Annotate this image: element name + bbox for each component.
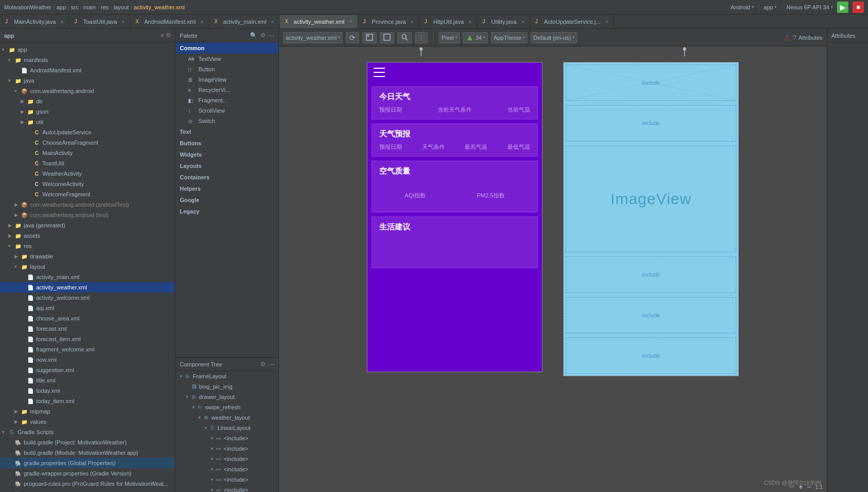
comp-tree-close-icon[interactable]: — xyxy=(269,361,274,367)
palette-search-icon[interactable]: 🔍 xyxy=(250,32,257,39)
theme-dropdown[interactable]: AppTheme ▾ xyxy=(491,32,528,43)
tree-item-gson[interactable]: ▶ 📁 gson xyxy=(0,106,175,117)
api-dropdown[interactable]: ▲ 34 ▾ xyxy=(463,32,488,43)
tab-activity-weather[interactable]: X activity_weather.xml × xyxy=(280,15,358,28)
tab-android-manifest[interactable]: X AndroidManifest.xml × xyxy=(130,15,209,28)
tab-utility[interactable]: J Utility.java × xyxy=(477,15,530,28)
tree-item-gradle-properties-project[interactable]: ▾ 🐘 gradle.properties (Project Propertie… xyxy=(0,489,175,492)
tree-item-drawable[interactable]: ▶ 📁 drawable xyxy=(0,251,175,262)
palette-settings-icon[interactable]: ⚙ xyxy=(260,32,266,39)
tree-item-welcomeactivity[interactable]: ▾ C WelcomeActivity xyxy=(0,179,175,189)
palette-category-legacy[interactable]: Legacy xyxy=(176,206,278,217)
settings-btn[interactable]: ⚙ xyxy=(166,32,171,39)
locale-dropdown[interactable]: Default (en-us) ▾ xyxy=(531,32,577,43)
tree-item-build-gradle-project[interactable]: ▾ 🐘 build.gradle (Project: MotivationWea… xyxy=(0,437,175,448)
tree-item-activity-weather-xml[interactable]: ▾ 📄 activity_weather.xml xyxy=(0,282,175,293)
tree-item-java[interactable]: ▾ 📁 java xyxy=(0,75,175,86)
comp-item-linearlayout[interactable]: ▾ ☰ LinearLayout xyxy=(176,423,278,433)
tree-item-mainactivity[interactable]: ▾ C MainActivity xyxy=(0,148,175,158)
tree-item-layout[interactable]: ▾ 📁 layout xyxy=(0,262,175,272)
tab-http-util[interactable]: J HttpUtil.java × xyxy=(419,15,477,28)
tab-close4[interactable]: × xyxy=(271,19,274,25)
tab-close[interactable]: × xyxy=(60,19,64,25)
tree-item-suggestion-xml[interactable]: ▾ 📄 suggestion.xml xyxy=(0,365,175,375)
breadcrumb-src[interactable]: src xyxy=(71,4,79,10)
stop-button[interactable]: ■ xyxy=(853,2,864,13)
breadcrumb-app[interactable]: MotivationWeather xyxy=(4,4,52,10)
tree-item-db[interactable]: ▶ 📁 db xyxy=(0,96,175,106)
palette-category-text[interactable]: Text xyxy=(176,126,278,137)
breadcrumb-main[interactable]: main xyxy=(84,4,96,10)
tree-item-auto-update-service[interactable]: ▾ C AutoUpdateService xyxy=(0,127,175,137)
device-selector[interactable]: Nexus 6P API 34 ▾ xyxy=(786,4,833,10)
help-icon[interactable]: ? xyxy=(793,34,797,42)
palette-category-common[interactable]: Common xyxy=(176,42,278,54)
palette-category-layouts[interactable]: Layouts xyxy=(176,160,278,172)
tree-item-choose-area[interactable]: ▾ C ChooseAreaFragment xyxy=(0,137,175,148)
tree-item-title-xml[interactable]: ▾ 📄 title.xml xyxy=(0,375,175,386)
tree-item-gradle-properties-global[interactable]: ▾ 🐘 gradle.properties (Global Properties… xyxy=(0,458,175,468)
tab-close7[interactable]: × xyxy=(469,19,472,25)
comp-item-include-3[interactable]: ▾ <> <include> xyxy=(176,454,278,464)
palette-item-switch[interactable]: ⊙ Switch xyxy=(176,116,278,126)
tree-item-assets[interactable]: ▶ 📁 assets xyxy=(0,230,175,241)
comp-item-include-4[interactable]: ▾ <> <include> xyxy=(176,464,278,474)
tab-close2[interactable]: × xyxy=(121,19,125,25)
menu-icon[interactable] xyxy=(374,68,385,77)
palette-category-buttons[interactable]: Buttons xyxy=(176,137,278,149)
breadcrumb-app2[interactable]: app xyxy=(56,4,66,10)
tab-close8[interactable]: × xyxy=(521,19,524,25)
comp-item-framelayout[interactable]: ▾ ⊞ FrameLayout xyxy=(176,371,278,381)
tree-item-today-xml[interactable]: ▾ 📄 today.xml xyxy=(0,386,175,396)
tree-item-activity-welcome-xml[interactable]: ▾ 📄 activity_welcome.xml xyxy=(0,293,175,303)
palette-item-imageview[interactable]: ⊞ ImageView xyxy=(176,74,278,85)
comp-item-swipe-refresh[interactable]: ▾ ↻ swipe_refresh xyxy=(176,402,278,412)
comp-item-include-6[interactable]: ▾ <> <include> xyxy=(176,485,278,492)
tab-close9[interactable]: × xyxy=(605,19,608,25)
tree-item-now-xml[interactable]: ▾ 📄 now.xml xyxy=(0,355,175,365)
tab-close5[interactable]: × xyxy=(349,19,352,24)
tree-item-gradle-wrapper-properties[interactable]: ▾ 🐘 gradle-wrapper.properties (Gradle Ve… xyxy=(0,468,175,479)
tree-item-welcomefragment[interactable]: ▾ C WelcomeFragment xyxy=(0,189,175,199)
tree-item-mipmap[interactable]: ▶ 📁 mipmap xyxy=(0,406,175,417)
tree-item-weatheractivity[interactable]: ▾ C WeatherActivity xyxy=(0,168,175,179)
palette-item-fragment[interactable]: ◧ Fragment... xyxy=(176,95,278,105)
tab-province[interactable]: J Province.java × xyxy=(358,15,420,28)
palette-category-containers[interactable]: Containers xyxy=(176,172,278,183)
blueprint-btn[interactable] xyxy=(380,32,394,43)
tree-item-androidmanifest[interactable]: ▾ 📄 AndroidManifest.xml xyxy=(0,65,175,75)
tab-close6[interactable]: × xyxy=(411,19,414,25)
palette-item-recyclerview[interactable]: ≡ RecyclerVi... xyxy=(176,85,278,95)
tree-item-manifests[interactable]: ▾ 📁 manifests xyxy=(0,55,175,65)
tree-item-build-gradle-module[interactable]: ▾ 🐘 build.gradle (Module: MotivationWeat… xyxy=(0,448,175,458)
zoom-btn[interactable] xyxy=(397,32,412,43)
device-dropdown[interactable]: Pixel ▾ xyxy=(439,32,460,43)
canvas-content[interactable]: 今日天气 预报日期 当前天气条件 当前气温 天气预报 预报日期 天气条件 xyxy=(279,57,827,482)
comp-item-weather-layout[interactable]: ▾ ⊞ weather_layout xyxy=(176,412,278,423)
android-selector[interactable]: Android ▾ xyxy=(731,4,754,10)
palette-item-scrollview[interactable]: ↕ ScrollView xyxy=(176,105,278,116)
tree-item-proguard-rules[interactable]: ▾ 🐘 proguard-rules.pro (ProGuard Rules f… xyxy=(0,479,175,489)
tree-item-choose-area-xml[interactable]: ▾ 📄 choose_area.xml xyxy=(0,313,175,324)
orientation-btn[interactable]: ⟳ xyxy=(346,32,359,43)
file-dropdown[interactable]: activity_weather.xml ▾ xyxy=(283,32,343,43)
comp-item-drawer-layout[interactable]: ▾ ⊞ drawer_layout xyxy=(176,392,278,402)
collapse-all-btn[interactable]: ≡ xyxy=(161,32,164,39)
tree-item-today-item-xml[interactable]: ▾ 📄 today_item.xml xyxy=(0,396,175,406)
tree-item-gradle-scripts[interactable]: ▾ G Gradle Scripts xyxy=(0,427,175,437)
design-mode-btn[interactable] xyxy=(362,32,377,43)
palette-item-button[interactable]: □ Button xyxy=(176,64,278,74)
tree-item-toastutil[interactable]: ▾ C ToastUtil xyxy=(0,158,175,168)
comp-item-include-2[interactable]: ▾ <> <include> xyxy=(176,443,278,454)
tab-toast-util[interactable]: J ToastUtil.java × xyxy=(69,15,130,28)
attributes-panel-btn[interactable]: Attributes xyxy=(799,35,823,41)
tree-item-forecast-xml[interactable]: ▾ 📄 forecast.xml xyxy=(0,324,175,334)
tab-auto-update[interactable]: J AutoUpdateService.j... × xyxy=(530,15,614,28)
tree-item-res[interactable]: ▾ 📁 res xyxy=(0,241,175,251)
app-module[interactable]: app ▾ xyxy=(764,4,777,10)
breadcrumb-file[interactable]: activity_weather.xml xyxy=(134,4,184,10)
palette-category-widgets[interactable]: Widgets xyxy=(176,149,278,160)
palette-item-textview[interactable]: Ab TextView xyxy=(176,54,278,64)
palette-category-helpers[interactable]: Helpers xyxy=(176,183,278,194)
tree-item-com-weathertang[interactable]: ▾ 📦 com.weathertang.android xyxy=(0,86,175,96)
